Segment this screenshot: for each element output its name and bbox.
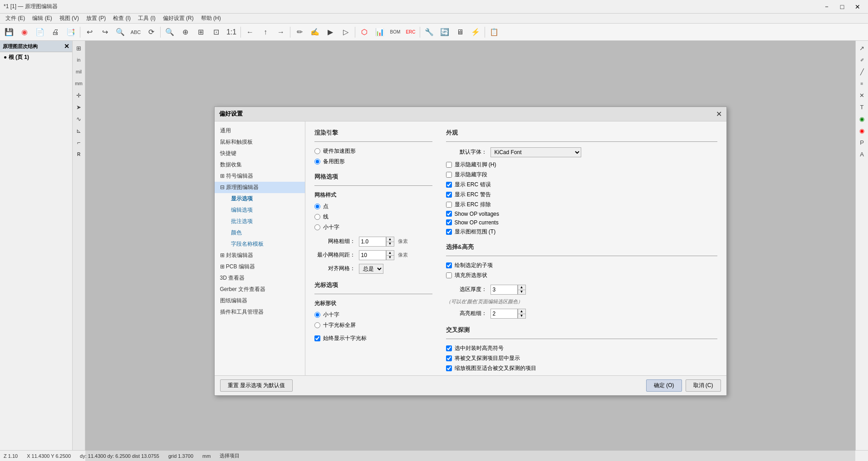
right-btn-bus[interactable]: ≡: [857, 78, 868, 89]
min-grid-down[interactable]: ▼: [387, 255, 394, 260]
sidebar-footprint-editor[interactable]: ⊞ 封装编辑器: [215, 250, 305, 261]
toolbar-erc[interactable]: ERC: [403, 25, 418, 39]
fill-selected-shapes-checkbox[interactable]: [446, 272, 452, 278]
toolbar-zoom-out[interactable]: 🔍: [162, 25, 177, 39]
highlight-footprint-option[interactable]: 选中封装时高亮符号: [446, 345, 717, 352]
grid-snap-select[interactable]: 总是 从不 智能: [359, 264, 383, 274]
sidebar-general[interactable]: 通用: [215, 125, 305, 136]
highlight-thickness-up[interactable]: ▲: [518, 309, 525, 314]
ok-button[interactable]: 确定 (O): [646, 379, 682, 392]
grid-thickness-up[interactable]: ▲: [387, 237, 394, 242]
toolbar-update[interactable]: 🔄: [437, 25, 452, 39]
tree-root-item[interactable]: ● 根 (页 1): [0, 52, 72, 63]
show-op-voltages-option[interactable]: Show OP voltages: [446, 211, 717, 217]
cursor-fullscreen-radio[interactable]: [314, 322, 320, 328]
toolbar-annotate[interactable]: ✍: [308, 25, 322, 39]
draw-selected-children-checkbox[interactable]: [446, 262, 452, 268]
maximize-button[interactable]: □: [835, 2, 849, 12]
toolbar-abc[interactable]: ABC: [128, 25, 143, 39]
highlight-thickness-input[interactable]: [490, 309, 518, 319]
toolbar-sim2[interactable]: ⚡: [468, 25, 483, 39]
cursor-fullscreen-option[interactable]: 十字光标全屏: [314, 321, 432, 329]
show-hidden-pins-option[interactable]: 显示隐藏引脚 (H): [446, 161, 717, 169]
menu-place[interactable]: 放置 (P): [83, 14, 109, 23]
toolbar-nav-up[interactable]: ↑: [258, 25, 273, 39]
show-op-currents-option[interactable]: Show OP currents: [446, 219, 717, 226]
default-font-select[interactable]: KiCad Font: [490, 147, 581, 157]
show-hidden-pins-checkbox[interactable]: [446, 162, 452, 168]
sidebar-shortcuts[interactable]: 快捷键: [215, 148, 305, 159]
always-show-crosshair-option[interactable]: 始终显示十字光标: [314, 335, 432, 342]
toolbar-new[interactable]: 💾: [2, 25, 16, 39]
toolbar-nav-back[interactable]: ←: [243, 25, 257, 39]
toolbar-redo[interactable]: ↪: [98, 25, 112, 39]
zoom-to-probe-option[interactable]: 缩放视图至适合被交叉探测的项目: [446, 364, 717, 372]
grid-line-radio[interactable]: [314, 214, 320, 220]
vert-btn-wave[interactable]: ∿: [74, 113, 84, 124]
toolbar-find[interactable]: 🔍: [113, 25, 128, 39]
toolbar-sim[interactable]: ⬡: [357, 25, 372, 39]
sidebar-pcb-editor[interactable]: ⊞ PCB 编辑器: [215, 261, 305, 272]
vert-btn-chart[interactable]: R: [74, 149, 84, 160]
show-erc-warnings-checkbox[interactable]: [446, 192, 452, 198]
show-erc-exclusions-option[interactable]: 显示 ERC 排除: [446, 201, 717, 209]
cursor-small-cross-radio[interactable]: [314, 312, 320, 318]
vert-btn-mil[interactable]: mil: [74, 66, 84, 77]
sidebar-schematic-editor[interactable]: ⊟ 原理图编辑器: [215, 182, 305, 193]
show-op-currents-checkbox[interactable]: [446, 219, 452, 225]
grid-thickness-down[interactable]: ▼: [387, 242, 394, 246]
grid-thickness-input[interactable]: [359, 237, 386, 247]
right-btn-cursor[interactable]: ↗: [857, 43, 868, 53]
toolbar-nav-fwd[interactable]: →: [274, 25, 288, 39]
show-erc-warnings-option[interactable]: 显示 ERC 警告: [446, 191, 717, 199]
sidebar-annotation-options[interactable]: 批注选项: [215, 216, 305, 227]
grid-cross-radio[interactable]: [314, 224, 320, 230]
grid-dot-radio[interactable]: [314, 204, 320, 209]
toolbar-zoom-sel[interactable]: ⊡: [209, 25, 223, 39]
right-btn-cross[interactable]: ✕: [857, 90, 868, 101]
dialog-close-button[interactable]: ✕: [716, 110, 722, 118]
close-button[interactable]: ✕: [851, 2, 864, 12]
highlight-footprint-checkbox[interactable]: [446, 345, 452, 351]
draw-selected-children-option[interactable]: 绘制选定的子项: [446, 262, 717, 269]
min-grid-input[interactable]: [359, 250, 386, 260]
toolbar-zoom-100[interactable]: 1:1: [224, 25, 239, 39]
toolbar-bom[interactable]: BOM: [388, 25, 402, 39]
vert-btn-ruler1[interactable]: ⊾: [74, 125, 84, 136]
show-op-voltages-checkbox[interactable]: [446, 211, 452, 217]
highlight-probe-net-option[interactable]: 高亮显示被交叉探测的网络: [446, 374, 717, 375]
selection-thickness-down[interactable]: ▼: [518, 290, 525, 294]
right-btn-netflag[interactable]: A: [857, 149, 868, 160]
show-erc-errors-option[interactable]: 显示 ERC 错误: [446, 181, 717, 189]
show-page-limits-option[interactable]: 显示图框范围 (T): [446, 228, 717, 236]
show-hidden-fields-option[interactable]: 显示隐藏字段: [446, 171, 717, 179]
render-fallback-radio[interactable]: [314, 159, 320, 165]
toolbar-script[interactable]: 📋: [487, 25, 501, 39]
toolbar-zoom-in[interactable]: ⊕: [178, 25, 192, 39]
selection-thickness-input[interactable]: [490, 285, 518, 295]
render-hw-option[interactable]: 硬件加速图形: [314, 147, 432, 155]
menu-tools[interactable]: 工具 (I): [134, 14, 159, 23]
min-grid-up[interactable]: ▲: [387, 251, 394, 255]
right-btn-edit[interactable]: ✐: [857, 54, 868, 65]
sidebar-data[interactable]: 数据收集: [215, 159, 305, 170]
show-probe-layer-checkbox[interactable]: [446, 355, 452, 361]
toolbar-pcb[interactable]: 🖥: [453, 25, 467, 39]
vert-btn-mm[interactable]: mm: [74, 78, 84, 89]
menu-inspect[interactable]: 检查 (I): [109, 14, 134, 23]
grid-cross-option[interactable]: 小十字: [314, 223, 432, 231]
show-probe-layer-option[interactable]: 将被交叉探测项目层中显示: [446, 354, 717, 362]
sidebar-mouse[interactable]: 鼠标和触摸板: [215, 136, 305, 148]
render-fallback-option[interactable]: 备用图形: [314, 158, 432, 165]
toolbar-print[interactable]: 🖨: [48, 25, 63, 39]
always-show-crosshair-checkbox[interactable]: [314, 335, 320, 341]
panel-close-icon[interactable]: ✕: [64, 43, 69, 50]
toolbar-draw[interactable]: ✏: [292, 25, 307, 39]
vert-btn-grid[interactable]: ⊞: [74, 43, 84, 53]
right-btn-wire[interactable]: ╱: [857, 66, 868, 77]
toolbar-plot[interactable]: 📑: [64, 25, 78, 39]
show-page-limits-checkbox[interactable]: [446, 229, 452, 235]
sidebar-edit-options[interactable]: 编辑选项: [215, 204, 305, 216]
zoom-to-probe-checkbox[interactable]: [446, 365, 452, 371]
grid-line-option[interactable]: 线: [314, 213, 432, 221]
